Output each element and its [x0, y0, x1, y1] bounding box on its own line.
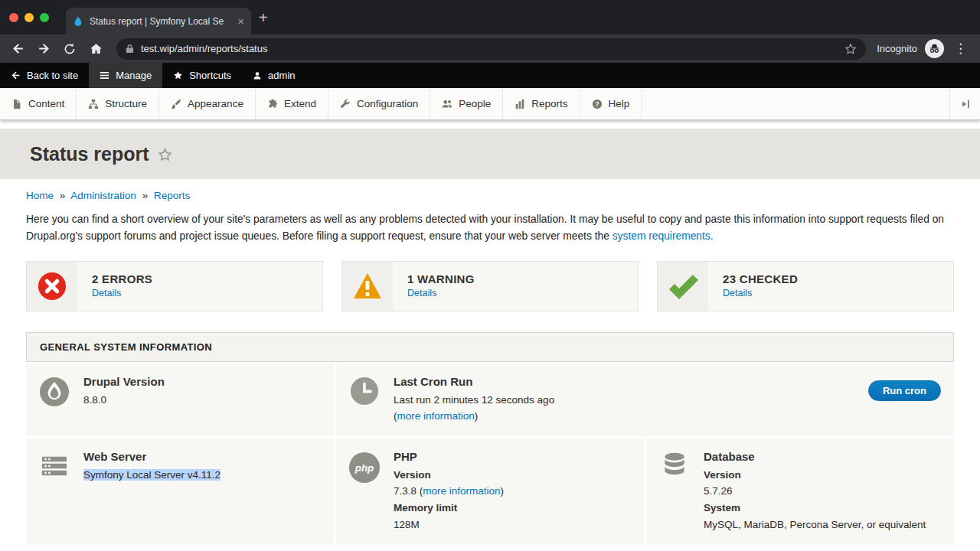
status-card-checked: 23 CHECKED Details	[657, 261, 954, 311]
status-summary: 2 ERRORS Details 1 WARNING Details 23	[26, 261, 954, 311]
breadcrumb-separator: »	[142, 190, 149, 201]
reload-button[interactable]	[60, 39, 80, 59]
url-text: test.wip/admin/reports/status	[141, 43, 844, 54]
cell-php: php PHP Version 7.3.8 (more information)…	[336, 439, 644, 544]
collapse-icon	[960, 99, 971, 109]
forward-button[interactable]	[34, 39, 54, 59]
minimize-window-button[interactable]	[24, 13, 34, 22]
browser-window: Status report | Symfony Local Se × + tes…	[0, 0, 980, 551]
incognito-icon	[925, 39, 944, 58]
db-system-label: System	[704, 500, 926, 517]
menu-item-people[interactable]: People	[430, 88, 503, 119]
cell-title: PHP	[394, 450, 504, 463]
cell-body: Drupal Version 8.8.0	[83, 375, 165, 425]
db-system-value: MySQL, MariaDB, Percona Server, or equiv…	[704, 517, 926, 533]
toolbar-collapse-button[interactable]	[949, 88, 980, 119]
database-icon	[658, 450, 691, 533]
card-texts: 23 CHECKED Details	[723, 272, 798, 299]
cell-database: Database Version 5.7.26 System MySQL, Ma…	[646, 439, 954, 544]
back-to-site-button[interactable]: Back to site	[0, 63, 89, 88]
cell-body: Last Cron Run Last run 2 minutes 12 seco…	[394, 375, 554, 425]
php-more-information-link[interactable]: more information	[423, 485, 500, 497]
traffic-lights	[9, 0, 66, 34]
checkmark-icon	[668, 271, 698, 302]
cell-title: Drupal Version	[83, 375, 165, 388]
puzzle-icon	[267, 99, 278, 109]
browser-menu-icon[interactable]: ⋮	[952, 41, 969, 57]
manage-tab[interactable]: Manage	[89, 63, 162, 88]
php-version-value: 7.3.8	[394, 485, 420, 497]
warning-details-link[interactable]: Details	[407, 288, 436, 298]
status-card-warnings: 1 WARNING Details	[341, 261, 639, 311]
menu-item-structure[interactable]: Structure	[77, 88, 159, 119]
drupal-favicon-icon	[73, 16, 83, 27]
main-content: Home » Administration » Reports Here you…	[0, 179, 980, 551]
menu-label: Structure	[105, 98, 147, 109]
drupal-version-value: 8.8.0	[83, 392, 165, 409]
paren: )	[501, 485, 505, 497]
error-icon-area	[27, 262, 77, 311]
menu-label: People	[459, 98, 491, 109]
run-cron-button[interactable]: Run cron	[868, 380, 941, 401]
hamburger-icon	[100, 70, 109, 80]
checked-details-link[interactable]: Details	[723, 288, 752, 298]
cell-body: Web Server Symfony Local Server v4.11.2	[83, 450, 220, 533]
breadcrumb-separator: »	[60, 190, 66, 201]
user-menu[interactable]: admin	[242, 63, 305, 88]
clock-icon	[348, 375, 381, 425]
paren: )	[475, 410, 479, 422]
menu-item-content[interactable]: Content	[0, 88, 77, 119]
star-icon	[173, 70, 183, 80]
browser-tab[interactable]: Status report | Symfony Local Se ×	[66, 8, 251, 34]
breadcrumb: Home » Administration » Reports	[26, 179, 954, 201]
checked-count: 23 CHECKED	[723, 272, 798, 285]
breadcrumb-link-reports[interactable]: Reports	[154, 190, 190, 201]
system-requirements-link[interactable]: system requirements.	[612, 230, 714, 242]
cell-last-cron-run: Last Cron Run Last run 2 minutes 12 seco…	[336, 364, 954, 436]
breadcrumb-link-administration[interactable]: Administration	[70, 190, 136, 201]
menu-label: Extend	[284, 98, 316, 109]
tab-strip: Status report | Symfony Local Se × +	[0, 0, 980, 34]
close-window-button[interactable]	[9, 13, 18, 22]
lock-icon	[126, 44, 134, 54]
menu-item-reports[interactable]: Reports	[503, 88, 580, 119]
browser-nav-bar: test.wip/admin/reports/status Incognito …	[0, 34, 980, 63]
menu-item-extend[interactable]: Extend	[256, 88, 328, 119]
manage-label: Manage	[116, 70, 152, 81]
cell-body: PHP Version 7.3.8 (more information) Mem…	[394, 450, 504, 533]
bookmark-star-icon[interactable]	[844, 43, 857, 55]
sitemap-icon	[88, 99, 99, 109]
error-details-link[interactable]: Details	[92, 288, 121, 298]
menu-spacer	[642, 88, 949, 119]
shortcuts-tab[interactable]: Shortcuts	[162, 63, 242, 88]
home-button[interactable]	[86, 39, 106, 59]
incognito-label: Incognito	[877, 43, 917, 54]
cron-more-information-link[interactable]: more information	[397, 410, 475, 422]
admin-menu: Content Structure Appearance Extend Conf…	[0, 88, 980, 120]
menu-label: Help	[609, 98, 630, 109]
gap-strip	[0, 120, 980, 129]
new-tab-button[interactable]: +	[259, 3, 268, 27]
breadcrumb-link-home[interactable]: Home	[26, 190, 54, 201]
user-label: admin	[268, 70, 295, 81]
menu-item-help[interactable]: ? Help	[580, 88, 642, 119]
intro-paragraph: Here you can find a short overview of yo…	[26, 211, 954, 245]
selected-text: Symfony Local Server v4.11.2	[83, 469, 220, 481]
menu-item-configuration[interactable]: Configuration	[328, 88, 430, 119]
page-title: Status report	[30, 143, 149, 165]
menu-item-appearance[interactable]: Appearance	[159, 88, 256, 119]
php-memory-value: 128M	[394, 517, 504, 533]
warning-icon	[352, 271, 383, 302]
help-icon: ?	[592, 99, 603, 109]
favorite-star-icon[interactable]	[158, 148, 172, 162]
zoom-window-button[interactable]	[40, 13, 49, 22]
cell-title: Web Server	[83, 450, 220, 463]
back-button[interactable]	[8, 39, 28, 59]
paintbrush-icon	[171, 99, 181, 109]
shortcuts-label: Shortcuts	[189, 70, 231, 81]
cell-title: Database	[704, 450, 926, 463]
address-bar[interactable]: test.wip/admin/reports/status	[116, 38, 866, 60]
server-icon	[38, 450, 70, 533]
drupal-toolbar: Back to site Manage Shortcuts admin	[0, 63, 980, 88]
tab-close-icon[interactable]: ×	[237, 15, 244, 27]
